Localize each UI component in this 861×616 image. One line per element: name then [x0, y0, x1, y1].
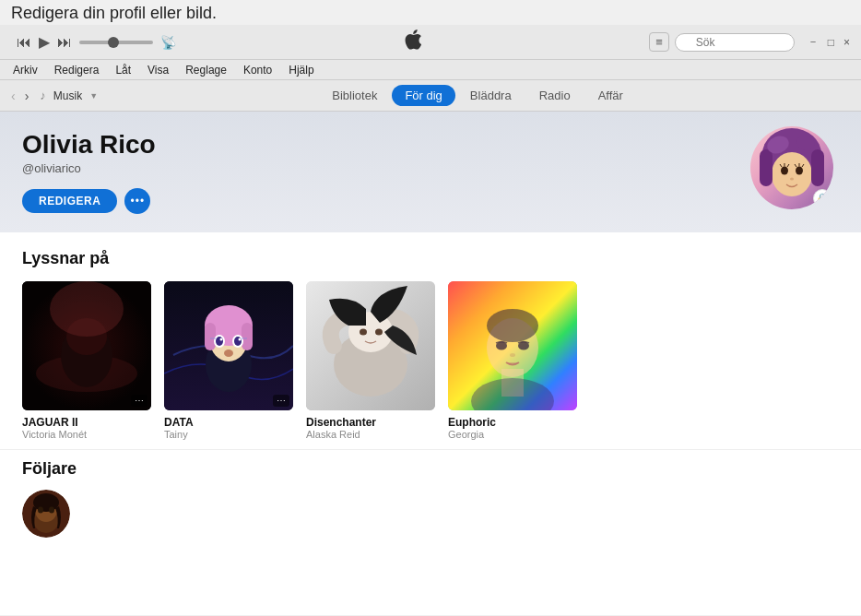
titlebar: ⏮ ▶ ⏭ 📡 ≡ 🔍 － □ ×	[0, 25, 861, 60]
edit-profile-button[interactable]: REDIGERA	[22, 189, 117, 213]
search-input[interactable]	[675, 33, 795, 52]
euphoric-title: Euphoric	[448, 416, 577, 429]
titlebar-right: ≡ 🔍 － □ ×	[649, 32, 854, 52]
more-options-button[interactable]: •••	[124, 188, 150, 214]
menu-arkiv[interactable]: Arkiv	[6, 62, 45, 78]
disenchanter-title: Disenchanter	[306, 416, 435, 429]
svg-point-32	[216, 337, 223, 346]
data-title: DATA	[164, 416, 293, 429]
euphoric-artist: Georgia	[448, 429, 577, 440]
menu-visa[interactable]: Visa	[140, 62, 176, 78]
profile-actions: REDIGERA •••	[22, 188, 839, 214]
profile-handle: @oliviarico	[22, 161, 839, 175]
win-controls: － □ ×	[804, 32, 854, 52]
profile-name: Olivia Rico	[22, 130, 839, 160]
album-cover-euphoric[interactable]	[448, 281, 577, 410]
menu-lat[interactable]: Låt	[108, 62, 138, 78]
svg-point-55	[33, 493, 59, 512]
svg-point-51	[510, 353, 515, 357]
menu-reglage[interactable]: Reglage	[178, 62, 234, 78]
navbar: ‹ › ♪ Musik ▼ Bibliotek För dig Bläddra …	[0, 80, 861, 112]
followers-row	[22, 490, 839, 538]
menu-redigera[interactable]: Redigera	[47, 62, 107, 78]
svg-point-33	[234, 337, 242, 346]
follower-avatar-1[interactable]	[22, 490, 70, 538]
dropdown-chevron-icon: ▼	[89, 91, 98, 101]
airplay-button[interactable]: 📡	[160, 35, 176, 50]
win-minimize-button[interactable]: －	[804, 32, 822, 52]
music-note-icon: ♪	[40, 89, 46, 102]
profile-avatar-container: 🔒	[750, 126, 833, 209]
album-item-euphoric[interactable]: Euphoric Georgia	[448, 281, 577, 440]
forward-button[interactable]: ⏭	[57, 34, 72, 51]
nav-forward-button[interactable]: ›	[21, 87, 33, 105]
profile-header: Olivia Rico @oliviarico REDIGERA •••	[0, 112, 861, 232]
svg-rect-3	[811, 149, 824, 186]
source-dropdown[interactable]: Musik	[50, 88, 86, 104]
svg-point-6	[790, 178, 794, 181]
svg-point-35	[239, 338, 242, 341]
nav-back-button[interactable]: ‹	[7, 87, 19, 105]
win-maximize-button[interactable]: □	[824, 34, 838, 51]
svg-point-4	[781, 167, 788, 175]
svg-point-23	[50, 281, 124, 337]
listening-title: Lyssnar på	[22, 249, 839, 268]
transport-controls: ⏮ ▶ ⏭ 📡	[17, 33, 176, 51]
play-button[interactable]: ▶	[39, 33, 50, 51]
tab-bladdra[interactable]: Bläddra	[457, 85, 525, 106]
svg-point-43	[375, 329, 383, 336]
list-view-button[interactable]: ≡	[649, 32, 669, 52]
rewind-button[interactable]: ⏮	[17, 34, 31, 51]
disenchanter-artist: Alaska Reid	[306, 429, 435, 440]
svg-point-48	[487, 309, 538, 342]
tab-affar[interactable]: Affär	[585, 85, 636, 106]
album-item-data[interactable]: ⋯ DATA Tainy	[164, 281, 293, 440]
tab-radio[interactable]: Radio	[526, 85, 584, 106]
tab-for-dig[interactable]: För dig	[392, 85, 454, 106]
svg-point-1	[772, 152, 812, 196]
album-cover-data[interactable]: ⋯	[164, 281, 293, 410]
tooltip-text: Redigera din profil eller bild.	[11, 4, 217, 22]
followers-title: Följare	[22, 459, 839, 479]
svg-point-36	[224, 349, 233, 357]
menu-hjalp[interactable]: Hjälp	[281, 62, 321, 78]
listening-section: Lyssnar på	[0, 232, 861, 449]
svg-rect-2	[760, 149, 773, 186]
main-content[interactable]: Olivia Rico @oliviarico REDIGERA •••	[0, 112, 861, 615]
tooltip-bar: Redigera din profil eller bild.	[0, 0, 861, 25]
album-cover-jaguar2[interactable]: ⋯	[22, 281, 151, 410]
volume-slider[interactable]	[79, 41, 153, 44]
album-item-jaguar2[interactable]: ⋯ JAGUAR II Victoria Monét	[22, 281, 151, 440]
albums-grid: ⋯ JAGUAR II Victoria Monét	[22, 281, 839, 440]
album-cover-disenchanter[interactable]	[306, 281, 435, 410]
followers-section: Följare	[0, 449, 861, 547]
jaguar2-artist: Victoria Monét	[22, 429, 151, 440]
jaguar2-menu-icon[interactable]: ⋯	[131, 395, 147, 407]
svg-point-34	[220, 338, 223, 341]
apple-logo	[182, 30, 643, 54]
svg-point-57	[49, 507, 54, 514]
svg-point-5	[796, 167, 803, 175]
data-artist: Tainy	[164, 429, 293, 440]
jaguar2-title: JAGUAR II	[22, 416, 151, 429]
search-wrapper: 🔍	[675, 33, 795, 52]
nav-source: ♪ Musik ▼	[40, 88, 98, 104]
data-menu-icon[interactable]: ⋯	[273, 395, 289, 407]
svg-point-56	[38, 507, 43, 514]
svg-rect-28	[205, 323, 216, 350]
nav-tabs: Bibliotek För dig Bläddra Radio Affär	[101, 85, 854, 106]
ellipsis-icon: •••	[131, 195, 146, 207]
menu-konto[interactable]: Konto	[236, 62, 279, 78]
nav-arrows: ‹ ›	[7, 87, 32, 105]
avatar-lock-icon: 🔒	[813, 189, 832, 207]
win-close-button[interactable]: ×	[840, 34, 854, 51]
profile-avatar[interactable]: 🔒	[750, 126, 833, 209]
tab-bibliotek[interactable]: Bibliotek	[319, 85, 390, 106]
svg-point-42	[360, 329, 367, 336]
album-item-disenchanter[interactable]: Disenchanter Alaska Reid	[306, 281, 435, 440]
menubar: Arkiv Redigera Låt Visa Reglage Konto Hj…	[0, 60, 861, 80]
svg-rect-29	[242, 323, 253, 350]
